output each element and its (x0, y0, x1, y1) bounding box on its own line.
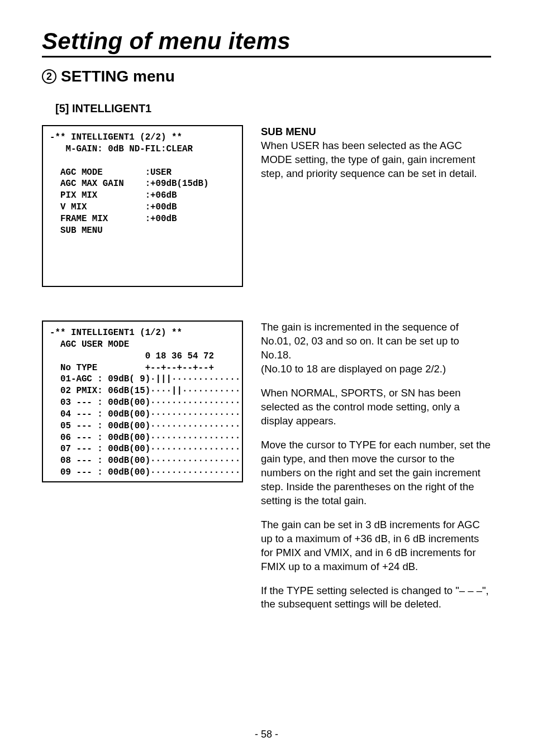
detail-p5: If the TYPE setting selected is changed … (261, 584, 491, 612)
row-2-left: -** INTELLIGENT1 (1/2) ** AGC USER MODE … (42, 320, 243, 482)
detail-p1b-text: (No.10 to 18 are displayed on page 2/2.) (261, 363, 446, 375)
screen-box-1: -** INTELLIGENT1 (2/2) ** M-GAIN: 0dB ND… (42, 125, 243, 287)
row-1-right: SUB MENU When USER has been selected as … (261, 125, 491, 181)
screen-box-2: -** INTELLIGENT1 (1/2) ** AGC USER MODE … (42, 320, 243, 482)
row-2-right: The gain is incremented in the sequence … (261, 320, 491, 611)
section-number-circle: 2 (42, 69, 56, 84)
subsection-heading: [5] INTELLIGENT1 (55, 102, 491, 115)
row-2: -** INTELLIGENT1 (1/2) ** AGC USER MODE … (42, 320, 491, 611)
section-heading-text: SETTING menu (61, 68, 175, 85)
row-1-left: -** INTELLIGENT1 (2/2) ** M-GAIN: 0dB ND… (42, 125, 243, 287)
detail-p1: The gain is incremented in the sequence … (261, 320, 491, 376)
submenu-block: SUB MENU When USER has been selected as … (261, 125, 491, 181)
row-1: -** INTELLIGENT1 (2/2) ** M-GAIN: 0dB ND… (42, 125, 491, 287)
submenu-title: SUB MENU (261, 126, 316, 137)
title-rule (42, 56, 491, 58)
detail-p1-text: The gain is incremented in the sequence … (261, 321, 459, 361)
section-heading: 2 SETTING menu (42, 68, 491, 85)
page-title: Setting of menu items (42, 28, 491, 55)
page-number: - 58 - (0, 729, 533, 740)
submenu-body: When USER has been selected as the AGC M… (261, 140, 477, 179)
detail-p3: Move the cursor to TYPE for each number,… (261, 438, 491, 508)
detail-p4: The gain can be set in 3 dB increments f… (261, 518, 491, 574)
detail-p2: When NORMAL, SPORTS, or SN has been sele… (261, 386, 491, 428)
